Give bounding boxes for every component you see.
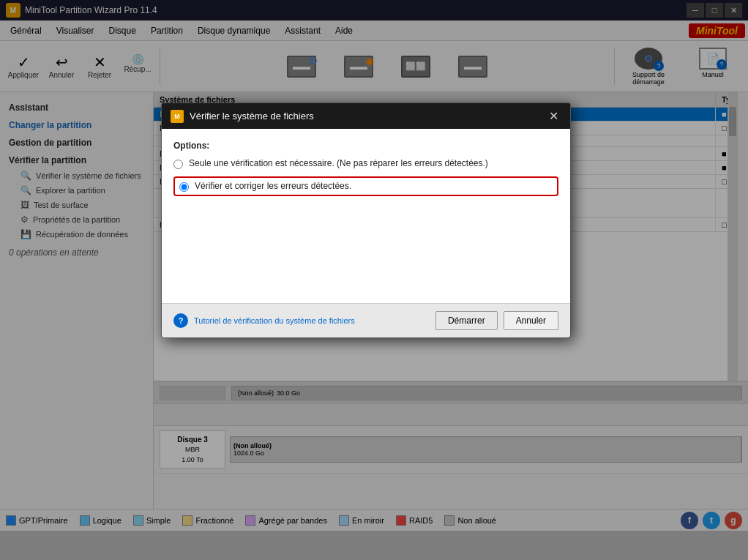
options-label: Options:: [173, 141, 558, 151]
dialog-footer: ? Tutoriel de vérification du système de…: [162, 303, 570, 337]
option1-radio[interactable]: [173, 160, 183, 169]
cancel-button[interactable]: Annuler: [504, 311, 558, 330]
dialog-body: Options: Seule une vérification est néce…: [162, 129, 570, 303]
help-link[interactable]: Tutoriel de vérification du système de f…: [194, 316, 430, 325]
modal-overlay: M Vérifier le système de fichiers ✕ Opti…: [0, 0, 748, 560]
dialog-titlebar: M Vérifier le système de fichiers ✕: [162, 103, 570, 129]
option2-container: Vérifier et corriger les erreurs détecté…: [173, 176, 558, 196]
dialog-close-button[interactable]: ✕: [546, 109, 561, 123]
dialog-logo-icon: M: [171, 110, 184, 123]
start-button[interactable]: Démarrer: [435, 311, 498, 330]
dialog-verify-fs: M Vérifier le système de fichiers ✕ Opti…: [161, 102, 571, 338]
option2-radio[interactable]: [179, 182, 189, 192]
help-icon: ?: [173, 313, 188, 328]
option1-container: Seule une vérification est nécessaire. (…: [173, 158, 558, 169]
option2-label: Vérifier et corriger les erreurs détecté…: [195, 181, 351, 191]
help-link-text: Tutoriel de vérification du système de f…: [194, 316, 355, 325]
option1-label: Seule une vérification est nécessaire. (…: [189, 158, 488, 168]
dialog-title: Vérifier le système de fichiers: [190, 111, 546, 122]
dialog-spacer: [173, 204, 558, 291]
